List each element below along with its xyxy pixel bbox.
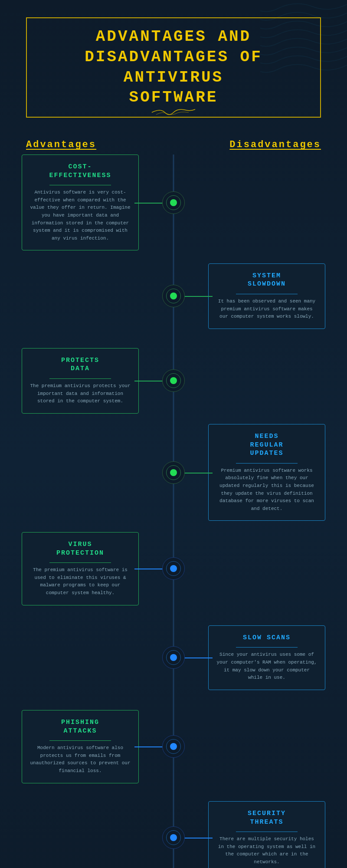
node-inner-needs-updates (170, 469, 177, 476)
node-cost-effectiveness (162, 191, 185, 214)
node-outer-protects-data (162, 369, 185, 392)
node-mid-needs-updates (166, 465, 181, 480)
section-labels: Advantages Disadvantages (0, 131, 347, 155)
node-slow-scans (162, 646, 185, 669)
node-inner-slow-scans (170, 654, 177, 661)
card-protects-data: PROTECTSDATA The premium antivirus prote… (22, 348, 139, 414)
node-mid-cost-effectiveness (166, 195, 181, 210)
card-title-virus-protection: VIRUSPROTECTION (29, 540, 131, 557)
card-security-threats: SECURITYTHREATS There are multiple secur… (208, 801, 325, 868)
node-mid-system-slowdown (166, 289, 181, 303)
page-wrapper: ADVANTAGES AND DISADVANTAGES OF ANTIVIRU… (0, 0, 347, 868)
node-needs-updates (162, 461, 185, 484)
node-inner-protects-data (170, 377, 177, 384)
node-virus-protection (162, 557, 185, 580)
card-text-slow-scans: Since your antivirus uses some of your c… (216, 651, 318, 681)
card-title-system-slowdown: SYSTEMSLOWDOWN (216, 272, 318, 289)
card-title-security-threats: SECURITYTHREATS (216, 809, 318, 826)
card-divider-slow-scans (236, 647, 298, 648)
node-inner-virus-protection (170, 565, 177, 572)
card-divider-needs-updates (236, 463, 298, 464)
node-phishing (162, 735, 185, 758)
card-divider-phishing (49, 740, 111, 741)
node-outer-security-threats (162, 826, 185, 849)
card-title-slow-scans: SLOW SCANS (216, 634, 318, 642)
advantages-label: Advantages (26, 139, 96, 150)
card-needs-updates: NEEDSREGULARUPDATES Premium antivirus so… (208, 424, 325, 521)
header-border: ADVANTAGES AND DISADVANTAGES OF ANTIVIRU… (26, 17, 321, 118)
card-text-security-threats: There are multiple security holes in the… (216, 835, 318, 866)
node-inner-system-slowdown (170, 293, 177, 299)
card-text-cost-effectiveness: Antivirus software is very cost-effectiv… (29, 189, 131, 242)
node-outer-system-slowdown (162, 285, 185, 307)
node-outer-slow-scans (162, 646, 185, 669)
card-divider-protects-data (49, 378, 111, 379)
node-system-slowdown (162, 285, 185, 307)
node-outer-needs-updates (162, 461, 185, 484)
node-mid-security-threats (166, 830, 181, 845)
node-security-threats (162, 826, 185, 849)
card-text-protects-data: The premium antivirus protects your impo… (29, 382, 131, 405)
node-protects-data (162, 369, 185, 392)
card-system-slowdown: SYSTEMSLOWDOWN It has been observed and … (208, 263, 325, 329)
card-divider-system-slowdown (236, 294, 298, 294)
card-title-needs-updates: NEEDSREGULARUPDATES (216, 432, 318, 458)
node-mid-phishing (166, 739, 181, 754)
timeline-center-line (173, 155, 174, 868)
card-divider-cost-effectiveness (49, 185, 111, 185)
card-divider-virus-protection (49, 562, 111, 563)
card-title-phishing: PHISHINGATTACKS (29, 718, 131, 735)
node-outer-cost-effectiveness (162, 191, 185, 214)
node-mid-virus-protection (166, 561, 181, 576)
node-outer-virus-protection (162, 557, 185, 580)
node-mid-protects-data (166, 373, 181, 388)
card-title-protects-data: PROTECTSDATA (29, 356, 131, 373)
card-text-phishing: Modern antivirus software also protects … (29, 744, 131, 775)
card-cost-effectiveness: COST-EFFECTIVENESS Antivirus software is… (22, 155, 139, 250)
node-mid-slow-scans (166, 650, 181, 665)
node-outer-phishing (162, 735, 185, 758)
card-title-cost-effectiveness: COST-EFFECTIVENESS (29, 163, 131, 180)
card-text-needs-updates: Premium antivirus software works absolut… (216, 467, 318, 513)
node-inner-security-threats (170, 834, 177, 841)
card-text-system-slowdown: It has been observed and seen many premi… (216, 298, 318, 321)
node-inner-phishing (170, 743, 177, 750)
card-text-virus-protection: The premium antivirus software is used t… (29, 566, 131, 597)
header-bird-deco (147, 106, 200, 119)
card-divider-security-threats (236, 832, 298, 832)
card-slow-scans: SLOW SCANS Since your antivirus uses som… (208, 625, 325, 690)
card-virus-protection: VIRUSPROTECTION The premium antivirus so… (22, 532, 139, 605)
header-section: ADVANTAGES AND DISADVANTAGES OF ANTIVIRU… (0, 0, 347, 131)
timeline: COST-EFFECTIVENESS Antivirus software is… (0, 155, 347, 868)
card-phishing: PHISHINGATTACKS Modern antivirus softwar… (22, 710, 139, 783)
disadvantages-label: Disadvantages (229, 139, 321, 150)
page-title: ADVANTAGES AND DISADVANTAGES OF ANTIVIRU… (40, 27, 307, 108)
node-inner-cost-effectiveness (170, 199, 177, 206)
